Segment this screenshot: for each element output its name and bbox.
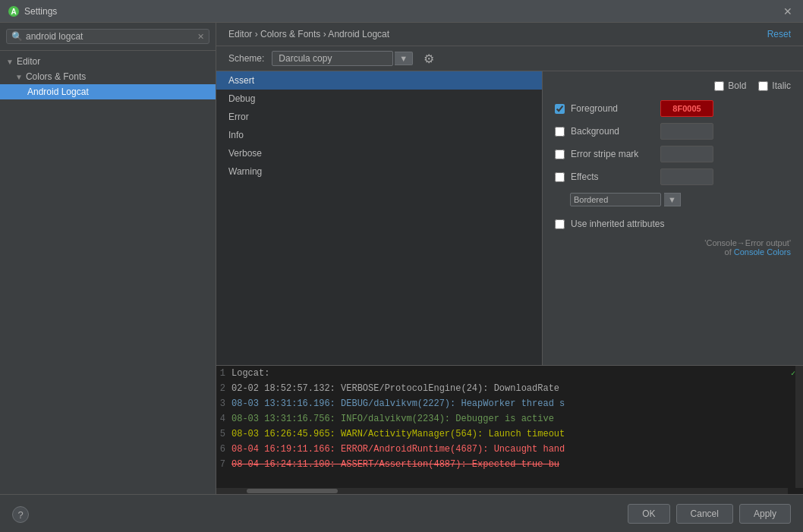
sidebar-item-editor[interactable]: ▼ Editor (0, 54, 216, 69)
help-icon: ? (17, 509, 23, 521)
foreground-label: Foreground (571, 103, 654, 114)
sidebar-item-android-logcat[interactable]: Android Logcat (0, 84, 216, 99)
split-panel: Assert Debug Error Info Verbose Warning (216, 71, 803, 365)
cancel-button[interactable]: Cancel (676, 504, 733, 524)
apply-button[interactable]: Apply (739, 504, 791, 524)
bold-checkbox[interactable] (714, 81, 724, 91)
list-item-assert-label: Assert (228, 75, 254, 86)
preview-scrollbar-thumb[interactable] (247, 489, 338, 493)
italic-label: Italic (772, 80, 791, 91)
italic-checkbox[interactable] (758, 81, 768, 91)
sidebar: 🔍 ✕ ▼ Editor ▼ Colors & Fonts Android Lo… (0, 23, 216, 494)
sidebar-item-colors-fonts[interactable]: ▼ Colors & Fonts (0, 69, 216, 84)
line-number-2: 2 (216, 382, 231, 395)
effects-checkbox[interactable] (555, 172, 565, 182)
scheme-gear-icon[interactable]: ⚙ (424, 52, 434, 66)
line-number-6: 6 (216, 442, 231, 456)
scheme-dropdown[interactable]: Darcula copy Darcula Default (272, 51, 393, 66)
error-stripe-label: Error stripe mark (571, 149, 654, 159)
line-number-1: 1 (216, 367, 231, 380)
error-stripe-checkbox[interactable] (555, 150, 565, 159)
console-ref-of: of (725, 247, 732, 257)
list-item-verbose-label: Verbose (228, 148, 262, 159)
list-item-verbose[interactable]: Verbose (216, 144, 542, 162)
search-bar: 🔍 ✕ (0, 23, 216, 51)
preview-line-6: 6 08-04 16:19:11.166: ERROR/AndroidRunti… (216, 442, 803, 457)
line-number-5: 5 (216, 427, 231, 441)
scheme-select-wrap: Darcula copy Darcula Default ▼ (272, 51, 413, 66)
breadcrumb: Editor › Colors & Fonts › Android Logcat… (216, 23, 803, 46)
reset-button[interactable]: Reset (767, 29, 791, 39)
tree-container: ▼ Editor ▼ Colors & Fonts Android Logcat (0, 51, 216, 494)
list-item-debug-label: Debug (228, 93, 255, 104)
scheme-label: Scheme: (228, 53, 264, 64)
effects-color-swatch[interactable] (660, 168, 713, 185)
preview-text-1: Logcat: (231, 367, 269, 380)
preview-text-7: 08-04 16:24:11.100: ASSERT/Assertion(488… (231, 458, 559, 471)
title-bar-left: A Settings (8, 5, 57, 17)
line-number-7: 7 (216, 458, 231, 471)
effects-dropdown-wrap: Bordered Underline Bold underline Strike… (570, 193, 791, 206)
list-item-warning-label: Warning (228, 166, 262, 177)
bold-checkbox-label[interactable]: Bold (714, 80, 746, 91)
list-item-warning[interactable]: Warning (216, 162, 542, 181)
foreground-checkbox[interactable] (555, 104, 565, 114)
effects-row: Effects (555, 168, 791, 185)
bold-label: Bold (728, 80, 746, 91)
help-button[interactable]: ? (12, 506, 29, 523)
console-colors-link[interactable]: Console Colors (734, 247, 791, 257)
search-clear-button[interactable]: ✕ (197, 32, 204, 42)
preview-text-3: 08-03 13:31:16.196: DEBUG/dalvikvm(2227)… (231, 397, 565, 411)
sidebar-android-logcat-label: Android Logcat (27, 87, 89, 97)
tree-arrow-colors: ▼ (15, 73, 23, 81)
sidebar-editor-label: Editor (17, 56, 40, 67)
list-item-assert[interactable]: Assert (216, 71, 542, 90)
style-row: Bold Italic (555, 80, 791, 91)
content-area: Editor › Colors & Fonts › Android Logcat… (216, 23, 803, 494)
list-item-error[interactable]: Error (216, 108, 542, 126)
search-input[interactable] (26, 31, 194, 42)
effects-dropdown-arrow[interactable]: ▼ (664, 193, 681, 206)
preview-scrollbar[interactable] (216, 488, 788, 494)
scheme-dropdown-arrow[interactable]: ▼ (395, 52, 413, 65)
error-stripe-color-swatch[interactable] (660, 146, 713, 162)
preview-right-scroll[interactable] (795, 366, 803, 488)
effects-type-dropdown[interactable]: Bordered Underline Bold underline Strike… (570, 193, 661, 206)
preview-text-6: 08-04 16:19:11.166: ERROR/AndroidRuntime… (231, 442, 565, 456)
preview-text-2: 02-02 18:52:57.132: VERBOSE/ProtocolEngi… (231, 382, 559, 395)
list-panel: Assert Debug Error Info Verbose Warning (216, 71, 543, 365)
effects-label: Effects (571, 172, 654, 182)
search-icon: 🔍 (11, 31, 23, 42)
foreground-color-swatch[interactable]: 8F0005 (660, 100, 713, 117)
app-icon: A (8, 5, 20, 17)
preview-text-4: 08-03 13:31:16.756: INFO/dalvikvm(2234):… (231, 412, 554, 426)
preview-area: ✓ 1 Logcat: 2 02-02 18:52:57.132: VERBOS… (216, 365, 803, 494)
use-inherited-checkbox[interactable] (555, 219, 565, 229)
background-checkbox[interactable] (555, 127, 565, 137)
props-panel: Bold Italic Foreground 8F0005 (543, 71, 803, 365)
italic-checkbox-label[interactable]: Italic (758, 80, 791, 91)
preview-line-3: 3 08-03 13:31:16.196: DEBUG/dalvikvm(222… (216, 396, 803, 411)
preview-line-1: 1 Logcat: (216, 366, 803, 381)
console-ref-line1: 'Console→Error output' (555, 238, 791, 247)
scheme-row: Scheme: Darcula copy Darcula Default ▼ ⚙ (216, 46, 803, 71)
foreground-row: Foreground 8F0005 (555, 100, 791, 117)
list-item-info-label: Info (228, 130, 244, 140)
list-item-debug[interactable]: Debug (216, 90, 542, 108)
foreground-color-value: 8F0005 (672, 104, 701, 113)
line-number-3: 3 (216, 397, 231, 411)
console-ref-line2: of Console Colors (555, 247, 791, 257)
preview-line-7: 7 08-04 16:24:11.100: ASSERT/Assertion(4… (216, 457, 803, 472)
background-color-swatch[interactable] (660, 123, 713, 140)
list-item-info[interactable]: Info (216, 126, 542, 144)
close-button[interactable]: ✕ (780, 4, 795, 19)
use-inherited-label: Use inherited attributes (571, 219, 664, 229)
preview-line-2: 2 02-02 18:52:57.132: VERBOSE/ProtocolEn… (216, 381, 803, 396)
tree-arrow-editor: ▼ (6, 58, 14, 66)
inherited-row: Use inherited attributes (555, 219, 791, 229)
window-title: Settings (24, 6, 57, 17)
background-label: Background (571, 126, 654, 137)
preview-text-5: 08-03 16:26:45.965: WARN/ActivityManager… (231, 427, 565, 441)
ok-button[interactable]: OK (628, 504, 669, 524)
preview-line-4: 4 08-03 13:31:16.756: INFO/dalvikvm(2234… (216, 411, 803, 427)
